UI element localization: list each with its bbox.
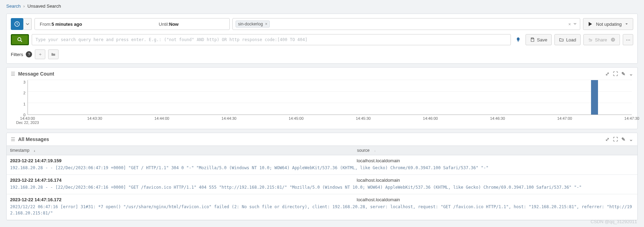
plus-icon: ＋ (38, 51, 43, 57)
clock-icon (11, 18, 23, 30)
panel-title-count: Message Count (18, 71, 54, 77)
share-button[interactable]: Share ? (583, 34, 620, 45)
row-message: 2023/12/22 06:47:16 [error] 31#31: *7 op… (10, 202, 634, 216)
stream-selector[interactable]: sin-dockerlog × × (232, 18, 580, 30)
x-tick: 14:43:00Dec 22, 2023 (16, 116, 39, 125)
table-row[interactable]: 2023-12-22 14:47:16.174localhost.localdo… (7, 175, 637, 194)
time-mode-caret[interactable] (23, 18, 32, 30)
folder-icon (51, 52, 56, 57)
filters-help-icon[interactable]: ? (26, 51, 32, 57)
play-icon (588, 22, 592, 26)
focus-icon[interactable]: ⤢ (605, 136, 610, 142)
more-button[interactable]: ⋯ (623, 34, 633, 45)
load-button[interactable]: Load (554, 34, 581, 45)
column-timestamp[interactable]: timestamp (7, 146, 354, 155)
load-label: Load (566, 37, 576, 42)
x-tick: 14:46:30 (490, 116, 505, 120)
save-icon (530, 37, 535, 42)
y-tick: 1 (16, 102, 25, 106)
x-tick: 14:47:30 (624, 116, 639, 120)
search-button[interactable] (11, 34, 29, 45)
x-tick: 14:46:00 (423, 116, 438, 120)
row-source: localhost.localdomain (353, 178, 634, 183)
svg-point-1 (18, 38, 21, 41)
column-source[interactable]: source (354, 146, 638, 155)
close-icon[interactable]: × (265, 22, 267, 26)
x-tick: 14:44:30 (222, 116, 237, 120)
svg-rect-2 (518, 41, 519, 42)
breadcrumb-current: Unsaved Search (28, 3, 61, 9)
x-tick: 14:43:30 (87, 116, 102, 120)
y-tick: 3 (16, 80, 25, 84)
edit-icon[interactable]: ✎ (621, 136, 626, 142)
svg-text:?: ? (612, 38, 614, 41)
save-button[interactable]: Save (526, 34, 552, 45)
svg-rect-3 (531, 38, 533, 39)
sort-icon (31, 148, 36, 152)
help-icon: ? (611, 37, 615, 42)
row-timestamp: 2023-12-22 14:47:16.174 (10, 178, 61, 183)
watermark: CSDN @qq_31292011 (591, 219, 637, 224)
message-count-chart[interactable]: 3210 14:43:00Dec 22, 202314:43:3014:44:0… (7, 80, 637, 129)
until-label: Until: (159, 22, 169, 27)
time-range-display[interactable]: From: 5 minutes ago Until: Now (34, 18, 230, 30)
from-value: 5 minutes ago (52, 22, 82, 27)
caret-down-icon (625, 23, 628, 25)
row-message: 192.168.20.28 - - [22/Dec/2023:06:47:16 … (10, 183, 634, 190)
edit-icon[interactable]: ✎ (621, 71, 626, 77)
chevron-down-icon[interactable]: ⌄ (629, 136, 633, 142)
updating-toggle[interactable]: Not updating (583, 18, 633, 30)
time-mode-button[interactable] (11, 18, 23, 30)
clear-streams-icon[interactable]: × (568, 22, 571, 27)
panel-title-messages: All Messages (18, 136, 49, 142)
column-source-label: source (357, 148, 370, 153)
sort-icon (372, 148, 376, 152)
row-source: localhost.localdomain (353, 158, 634, 163)
focus-icon[interactable]: ⤢ (605, 71, 610, 77)
row-timestamp: 2023-12-22 14:47:19.159 (10, 158, 61, 163)
row-message: 192.168.20.28 - - [22/Dec/2023:06:47:19 … (10, 163, 634, 171)
updating-label: Not updating (596, 22, 622, 27)
search-input[interactable] (32, 34, 511, 45)
table-row[interactable]: 2023-12-22 14:47:19.159localhost.localdo… (7, 155, 637, 175)
from-label: From: (40, 22, 52, 27)
row-timestamp: 2023-12-22 14:47:16.172 (10, 197, 61, 202)
bulb-icon[interactable] (514, 37, 523, 42)
breadcrumb-sep: › (23, 3, 25, 9)
search-icon (17, 37, 23, 43)
column-timestamp-label: timestamp (10, 148, 29, 153)
folder-icon (559, 37, 564, 42)
more-icon: ⋯ (626, 37, 630, 42)
x-tick: 14:45:30 (356, 116, 371, 120)
stream-chip[interactable]: sin-dockerlog × (236, 21, 270, 28)
load-filter-button[interactable] (48, 49, 59, 59)
chevron-down-icon[interactable] (573, 22, 577, 26)
breadcrumb: Search › Unsaved Search (6, 0, 638, 14)
x-tick: 14:44:00 (154, 116, 169, 120)
breadcrumb-root[interactable]: Search (6, 3, 21, 9)
fullscreen-icon[interactable]: ⛶ (613, 136, 618, 142)
x-tick: 14:45:00 (289, 116, 304, 120)
share-label: Share (595, 37, 607, 42)
drag-icon[interactable]: ☰ (11, 71, 15, 77)
share-icon (588, 37, 593, 42)
add-filter-button[interactable]: ＋ (35, 49, 45, 59)
save-label: Save (537, 37, 547, 42)
fullscreen-icon[interactable]: ⛶ (613, 71, 618, 77)
stream-chip-label: sin-dockerlog (238, 22, 263, 26)
filters-label: Filters (11, 52, 23, 57)
x-tick: 14:47:00 (557, 116, 572, 120)
table-row[interactable]: 2023-12-22 14:47:16.172localhost.localdo… (7, 194, 637, 220)
row-source: localhost.localdomain (353, 197, 634, 202)
chart-bar[interactable] (591, 80, 598, 115)
drag-icon[interactable]: ☰ (11, 136, 15, 142)
y-tick: 2 (16, 91, 25, 95)
chevron-down-icon[interactable]: ⌄ (629, 71, 633, 77)
until-value: Now (169, 22, 178, 27)
